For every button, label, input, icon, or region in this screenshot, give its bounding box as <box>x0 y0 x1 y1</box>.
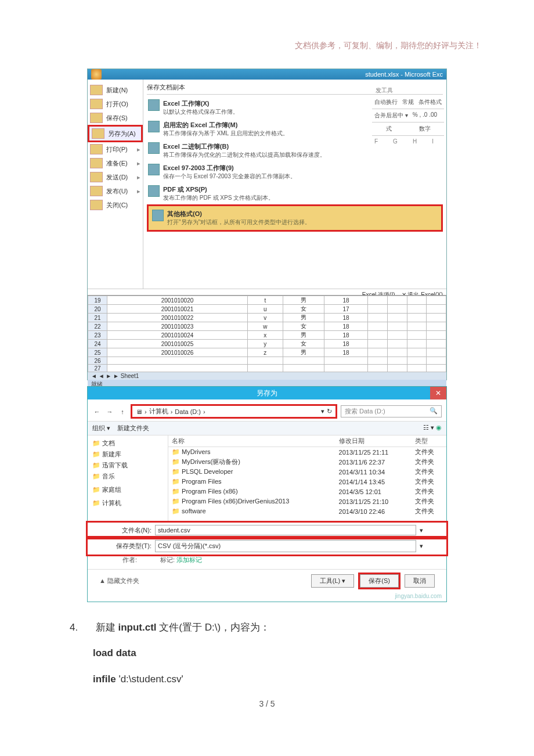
cell[interactable]: 18 <box>324 296 367 305</box>
cell[interactable]: 22 <box>88 322 107 331</box>
office-menu-item[interactable]: 准备(E)▸ <box>88 156 143 170</box>
nav-item[interactable]: 📁 计算机 <box>90 498 165 509</box>
cell[interactable]: 24 <box>88 340 107 348</box>
cell[interactable] <box>247 365 283 372</box>
office-menu-item[interactable]: 发送(D)▸ <box>88 170 143 184</box>
file-row[interactable]: 📁 MyDrivers2013/11/25 21:11文件夹 <box>168 447 446 458</box>
cell[interactable] <box>324 365 367 372</box>
cell[interactable]: 2001010021 <box>107 305 248 314</box>
office-menu-item[interactable]: 新建(N) <box>88 83 143 97</box>
office-menu-item[interactable]: 发布(U)▸ <box>88 184 143 198</box>
organize-button[interactable]: 组织 ▾ <box>92 424 110 431</box>
hide-folders-toggle[interactable]: ▲ 隐藏文件夹 <box>99 577 139 585</box>
cell[interactable]: 男 <box>283 296 324 305</box>
cell[interactable]: 21 <box>88 314 107 322</box>
cell[interactable]: 20 <box>88 305 107 314</box>
cell[interactable]: 23 <box>88 331 107 340</box>
save-format-option[interactable]: Excel 97-2003 工作簿(9)保存一个与 Excel 97-2003 … <box>147 161 443 183</box>
nav-item[interactable]: 📁 音乐 <box>90 471 165 482</box>
office-menu-item[interactable]: 打开(O) <box>88 97 143 111</box>
office-menu-item[interactable]: 另存为(A) <box>88 125 143 142</box>
cell[interactable]: u <box>247 305 283 314</box>
back-button[interactable]: ← <box>92 408 102 415</box>
cell[interactable]: z <box>247 348 283 357</box>
cell[interactable]: 2001010023 <box>107 322 248 331</box>
nav-item[interactable]: 📁 家庭组 <box>90 484 165 495</box>
save-button[interactable]: 保存(S) <box>360 574 399 588</box>
office-menu-item[interactable]: 关闭(C) <box>88 198 143 212</box>
cell[interactable]: 女 <box>283 340 324 348</box>
worksheet-grid[interactable]: 192001010020t男18202001010021u女1721200101… <box>88 296 446 372</box>
auto-wrap-button[interactable]: 自动换行 <box>374 98 398 106</box>
nav-item[interactable]: 📁 新建库 <box>90 449 165 460</box>
cell[interactable]: v <box>247 314 283 322</box>
cell[interactable]: 17 <box>324 305 367 314</box>
file-row[interactable]: 📁 Program Files (x86)2014/3/5 12:01文件夹 <box>168 487 446 496</box>
office-orb-icon[interactable] <box>91 69 102 80</box>
cell[interactable] <box>283 357 324 365</box>
cell[interactable] <box>283 365 324 372</box>
cell[interactable]: 2001010026 <box>107 348 248 357</box>
filetype-select[interactable]: CSV (逗号分隔)(*.csv) <box>155 540 416 552</box>
cell[interactable]: 女 <box>283 305 324 314</box>
save-format-option[interactable]: 其他格式(O)打开"另存为"对话框，从所有可用文件类型中进行选择。 <box>147 204 443 232</box>
cell[interactable]: 18 <box>324 340 367 348</box>
cell[interactable]: y <box>247 340 283 348</box>
sheet-tab[interactable]: Sheet1 <box>121 373 139 379</box>
file-row[interactable]: 📁 Program Files (x86)DriverGenius2013201… <box>168 496 446 506</box>
file-row[interactable]: 📁 Program Files2014/1/14 13:45文件夹 <box>168 477 446 487</box>
cell[interactable]: 19 <box>88 296 107 305</box>
cell[interactable]: 18 <box>324 314 367 322</box>
general-dropdown[interactable]: 常规 <box>402 98 414 106</box>
address-bar[interactable]: 🖥 ›计算机 ›Data (D:)› ▾↻ <box>131 404 337 419</box>
cell[interactable]: 25 <box>88 348 107 357</box>
search-input[interactable]: 搜索 Data (D:) 🔍 <box>341 405 442 417</box>
cell[interactable]: 2001010022 <box>107 314 248 322</box>
cell[interactable]: 18 <box>324 348 367 357</box>
column-header[interactable]: 类型 <box>412 435 446 447</box>
filename-input[interactable]: student.csv <box>155 525 416 535</box>
cell[interactable]: 27 <box>88 365 107 372</box>
cell[interactable]: 2001010020 <box>107 296 248 305</box>
cell[interactable] <box>107 365 248 372</box>
file-list[interactable]: 名称修改日期类型📁 MyDrivers2013/11/25 21:11文件夹📁 … <box>168 435 446 523</box>
cell[interactable]: 男 <box>283 348 324 357</box>
cell[interactable]: t <box>247 296 283 305</box>
cell[interactable]: w <box>247 322 283 331</box>
cell[interactable] <box>324 357 367 365</box>
help-icon[interactable]: ◉ <box>436 424 442 431</box>
new-folder-button[interactable]: 新建文件夹 <box>117 424 149 431</box>
view-button[interactable]: ☷ ▾ <box>423 424 434 431</box>
cell[interactable] <box>247 357 283 365</box>
ribbon-right: 发工具 自动换行 常规 条件格式 合并后居中 ▾ % , .0 .00 式 数字… <box>372 85 444 147</box>
tools-button[interactable]: 工具(L) ▾ <box>311 574 355 588</box>
cell[interactable]: 26 <box>88 357 107 365</box>
cell[interactable]: 2001010024 <box>107 331 248 340</box>
cell[interactable]: 18 <box>324 331 367 340</box>
cancel-button[interactable]: 取消 <box>405 574 435 588</box>
nav-item[interactable]: 📁 迅雷下载 <box>90 460 165 471</box>
cell[interactable]: 女 <box>283 322 324 331</box>
cell[interactable] <box>107 357 248 365</box>
nav-item[interactable]: 📁 文档 <box>90 438 165 449</box>
office-menu-item[interactable]: 保存(S) <box>88 111 143 125</box>
file-row[interactable]: 📁 PLSQL Developer2014/3/11 10:34文件夹 <box>168 467 446 477</box>
cell[interactable]: 18 <box>324 322 367 331</box>
format-icon <box>152 210 164 221</box>
save-format-option[interactable]: PDF 或 XPS(P)发布工作簿的 PDF 或 XPS 文件格式副本。 <box>147 183 443 204</box>
cell[interactable]: x <box>247 331 283 340</box>
forward-button[interactable]: → <box>105 408 114 415</box>
file-row[interactable]: 📁 software2014/3/10 22:46文件夹 <box>168 506 446 516</box>
nav-pane: 📁 文档📁 新建库📁 迅雷下载📁 音乐 📁 家庭组 📁 计算机 <box>88 435 168 523</box>
column-header[interactable]: 修改日期 <box>335 435 412 447</box>
merge-center-button[interactable]: 合并后居中 ▾ <box>374 111 408 120</box>
file-row[interactable]: 📁 MyDrivers(驱动备份)2013/11/6 22:37文件夹 <box>168 457 446 467</box>
cond-format-button[interactable]: 条件格式 <box>418 98 442 106</box>
cell[interactable]: 男 <box>283 314 324 322</box>
office-menu-item[interactable]: 打印(P)▸ <box>88 142 143 156</box>
cell[interactable]: 男 <box>283 331 324 340</box>
column-header[interactable]: 名称 <box>168 435 335 447</box>
close-icon[interactable]: ✕ <box>430 387 446 399</box>
cell[interactable]: 2001010025 <box>107 340 248 348</box>
up-button[interactable]: ↑ <box>118 408 127 415</box>
